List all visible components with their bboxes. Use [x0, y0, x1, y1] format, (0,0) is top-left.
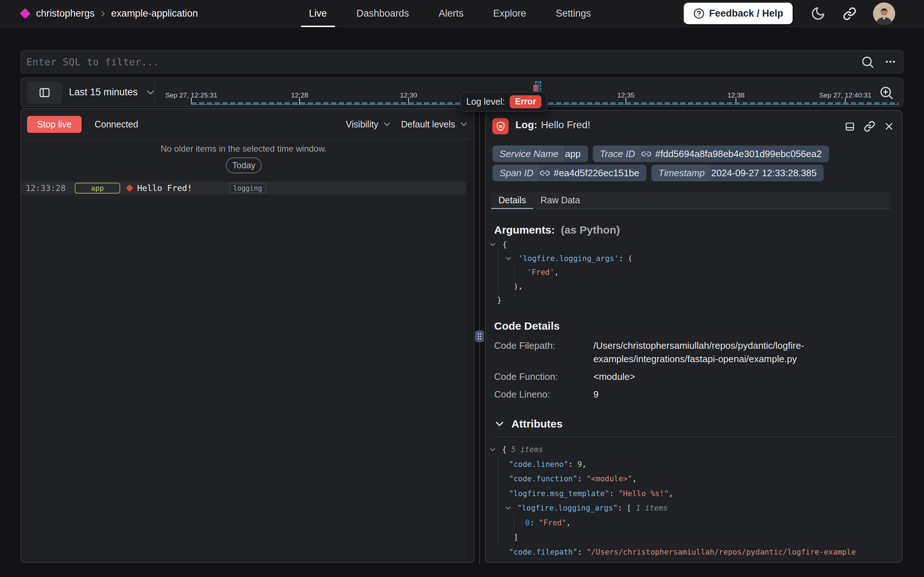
chevron-down-icon — [460, 120, 468, 129]
code-line: "code.lineno": 9, — [485, 457, 902, 472]
zoom-in-icon[interactable] — [879, 85, 893, 100]
arguments-heading-suffix: (as Python) — [558, 224, 620, 236]
divider — [154, 82, 155, 104]
attributes-code[interactable]: { 5 items"code.lineno": 9,"code.function… — [485, 442, 902, 559]
share-link-icon[interactable] — [843, 7, 857, 21]
top-nav: christophergs example-application LiveDa… — [0, 0, 924, 27]
code-detail-label: Code Lineno: — [494, 388, 593, 401]
link-icon — [641, 149, 651, 159]
chevron-down-icon — [494, 419, 505, 429]
badge-value[interactable]: #fdd5694a8fa98eb4e301d99ebc056ea2 — [641, 148, 827, 160]
log-row[interactable]: 12:33:28 app Hello Fred! logging — [21, 182, 466, 195]
permalink-icon[interactable] — [864, 121, 875, 132]
code-line: 'Fred', — [485, 265, 902, 279]
sql-filter-input[interactable]: Enter SQL to filter... — [26, 50, 159, 73]
visibility-dropdown[interactable]: Visibility — [346, 119, 391, 130]
today-button[interactable]: Today — [226, 158, 262, 173]
code-detail-row: Code Filepath:/Users/christophersamiulla… — [494, 339, 891, 366]
details-actions — [845, 121, 894, 132]
link-icon — [540, 168, 550, 178]
more-options-icon[interactable] — [884, 56, 897, 68]
error-shield-icon — [492, 118, 509, 134]
details-tabs: DetailsRaw Data — [491, 192, 890, 209]
divider — [494, 437, 894, 437]
service-pill[interactable]: app — [75, 183, 120, 193]
attribute-badge-trace-id[interactable]: Trace ID#fdd5694a8fa98eb4e301d99ebc056ea… — [593, 145, 829, 162]
dock-panel-bottom-icon[interactable] — [845, 121, 855, 132]
feedback-help-button[interactable]: Feedback / Help — [683, 2, 793, 25]
log-row-tag[interactable]: logging — [229, 183, 266, 193]
user-avatar[interactable] — [873, 3, 895, 24]
badge-value: app — [564, 148, 586, 160]
collapse-caret-icon[interactable] — [505, 504, 512, 512]
details-tab-raw-data[interactable]: Raw Data — [533, 192, 587, 209]
badge-label: Trace ID — [594, 145, 641, 162]
chevron-down-icon — [146, 88, 155, 97]
code-detail-value: /Users/christophersamiullah/repos/pydant… — [593, 339, 804, 366]
nav-tab-alerts[interactable]: Alerts — [431, 0, 471, 27]
code-detail-row: Code Lineno:9 — [494, 388, 891, 401]
attribute-badge-span-id[interactable]: Span ID#ea4d5f226ec151be — [492, 164, 646, 181]
arguments-code[interactable]: {'logfire.logging_args': ('Fred',),} — [485, 238, 902, 307]
splitter-drag-handle[interactable] — [475, 330, 484, 342]
error-level-badge: Error — [509, 95, 542, 108]
attribute-badge-timestamp: Timestamp2024-09-27 12:33:28.385 — [651, 164, 824, 181]
live-panel-header: Stop live Connected Visibility Default l… — [21, 109, 474, 140]
chevron-right-icon — [99, 10, 107, 18]
error-diamond-icon — [126, 184, 133, 192]
nav-actions: Feedback / Help — [683, 0, 895, 27]
breadcrumb-org[interactable]: christophergs — [36, 8, 95, 19]
code-line: { — [485, 238, 902, 251]
arguments-heading: Arguments: (as Python) — [494, 224, 620, 236]
badge-value[interactable]: #ea4d5f226ec151be — [539, 168, 645, 179]
code-detail-value: 9 — [593, 388, 598, 401]
close-icon[interactable] — [884, 121, 894, 131]
default-levels-dropdown[interactable]: Default levels — [401, 119, 468, 130]
collapse-caret-icon[interactable] — [505, 255, 512, 262]
code-detail-row: Code Function:<module> — [494, 370, 891, 384]
log-details-panel: Log:Hello Fred! Service NameappTrace ID#… — [485, 110, 902, 562]
attributes-heading[interactable]: Attributes — [494, 418, 563, 430]
default-levels-label: Default levels — [401, 119, 455, 130]
nav-tabs: LiveDashboardsAlertsExploreSettings — [301, 0, 599, 27]
tooltip-label: Log level: — [466, 97, 505, 107]
nav-tab-explore[interactable]: Explore — [485, 0, 534, 27]
sql-filter-bar[interactable]: Enter SQL to filter... — [21, 50, 903, 73]
code-line: ), — [485, 279, 902, 293]
log-row-timestamp: 12:33:28 — [26, 184, 66, 193]
time-range-dropdown[interactable]: Last 15 minutes — [69, 78, 155, 106]
details-title-label: Log: — [516, 119, 537, 131]
breadcrumb-project[interactable]: example-application — [111, 8, 198, 19]
code-detail-value: <module> — [593, 370, 635, 384]
attributes-heading-label: Attributes — [511, 418, 563, 430]
details-tab-details[interactable]: Details — [491, 192, 533, 209]
badge-label: Timestamp — [652, 164, 710, 181]
code-details-heading: Code Details — [494, 320, 560, 332]
breadcrumb: christophergs example-application — [21, 0, 198, 27]
collapse-caret-icon[interactable] — [489, 241, 496, 248]
nav-tab-live[interactable]: Live — [301, 0, 335, 27]
live-view-panel: Stop live Connected Visibility Default l… — [21, 108, 474, 562]
empty-window-message: No older items in the selected time wind… — [21, 144, 466, 154]
collapse-caret-icon[interactable] — [489, 446, 496, 453]
badge-label: Span ID — [494, 164, 539, 181]
scrollbar-gutter[interactable] — [466, 140, 474, 562]
badge-row: Service NameappTrace ID#fdd5694a8fa98eb4… — [492, 145, 829, 162]
code-line: "logfire.logging_args": [ 1 items — [485, 501, 902, 516]
sidebar-toggle-button[interactable] — [27, 82, 62, 104]
log-level-tooltip: Log level: Error — [461, 92, 547, 111]
code-line: "logfire.msg_template": "Hello %s!", — [485, 487, 902, 501]
search-icon[interactable] — [861, 55, 874, 69]
details-title: Log:Hello Fred! — [516, 119, 590, 131]
sql-bar-icons — [861, 50, 897, 73]
badge-row: Span ID#ea4d5f226ec151beTimestamp2024-09… — [492, 164, 824, 181]
logfire-logo-icon[interactable] — [20, 8, 31, 19]
code-details-table: Code Filepath:/Users/christophersamiulla… — [494, 339, 891, 406]
code-line: "code.filepath": "/Users/christophersami… — [485, 545, 902, 560]
visibility-label: Visibility — [346, 119, 378, 130]
stop-live-button[interactable]: Stop live — [27, 116, 82, 133]
nav-tab-dashboards[interactable]: Dashboards — [349, 0, 417, 27]
badge-label: Service Name — [494, 145, 564, 162]
nav-tab-settings[interactable]: Settings — [548, 0, 599, 27]
dark-mode-toggle[interactable] — [811, 6, 826, 21]
